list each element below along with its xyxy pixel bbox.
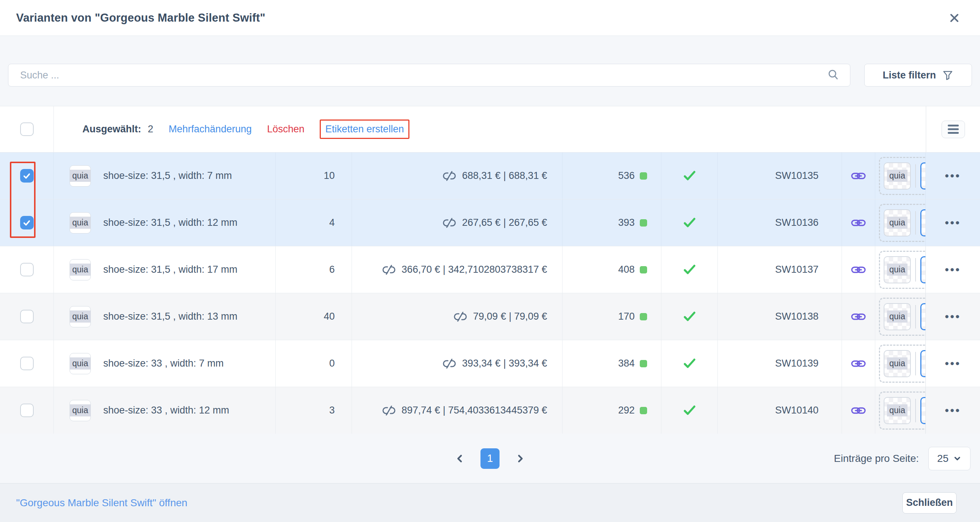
unlink-inheritance-icon[interactable]: [442, 217, 456, 229]
per-page-value: 25: [937, 453, 948, 465]
row-checkbox[interactable]: [20, 310, 34, 323]
price-cell: 366,70 € | 342,7102803738317 €: [352, 246, 563, 293]
per-page-select[interactable]: 25: [928, 447, 970, 470]
select-all-checkbox[interactable]: [20, 123, 34, 136]
active-cell: [662, 246, 718, 293]
media-thumbnail-cover[interactable]: qu: [920, 350, 926, 377]
row-checkbox[interactable]: [20, 169, 34, 182]
price-value: 688,31 € | 688,31 €: [462, 170, 547, 182]
search-input[interactable]: [8, 70, 827, 81]
variant-name[interactable]: shoe-size: 31,5 , width: 17 mm: [103, 264, 237, 275]
row-checkbox[interactable]: [20, 357, 34, 370]
link-inherited-icon[interactable]: [851, 406, 866, 415]
unlink-inheritance-icon[interactable]: [442, 358, 456, 369]
link-inherited-icon[interactable]: [851, 265, 866, 275]
active-check-icon: [683, 358, 696, 369]
media-separator: [915, 258, 916, 281]
media-thumbnail[interactable]: quia: [884, 397, 911, 424]
available-cell: 536: [563, 153, 662, 199]
inheritance-link-cell: [842, 153, 875, 199]
context-menu-button[interactable]: •••: [945, 170, 961, 182]
bulk-create-labels-link[interactable]: Etiketten erstellen: [325, 123, 404, 134]
close-modal-button[interactable]: Schließen: [902, 492, 956, 514]
row-select-cell: [0, 153, 54, 199]
media-thumbnail-cover[interactable]: qu: [920, 163, 926, 190]
link-inherited-icon[interactable]: [851, 218, 866, 228]
price-value: 79,09 € | 79,09 €: [473, 311, 547, 322]
available-value: 393: [618, 217, 635, 228]
variant-name[interactable]: shoe-size: 33 , width: 7 mm: [103, 358, 224, 369]
media-thumbnail-cover[interactable]: qu: [920, 303, 926, 330]
media-group: quia qu: [879, 251, 926, 289]
row-checkbox[interactable]: [20, 216, 34, 230]
modal-close-button[interactable]: [945, 8, 964, 27]
filter-list-button[interactable]: Liste filtern: [864, 64, 972, 86]
unlink-inheritance-icon[interactable]: [382, 264, 396, 276]
available-value: 536: [618, 170, 635, 182]
media-separator: [915, 399, 916, 422]
row-checkbox[interactable]: [20, 404, 34, 417]
price-value: 393,34 € | 393,34 €: [462, 358, 547, 369]
available-cell: 408: [563, 246, 662, 293]
previous-page-button[interactable]: [455, 453, 465, 464]
product-number-cell: SW10136: [718, 200, 842, 246]
media-group: quia qu: [879, 345, 926, 383]
product-number-value: SW10140: [775, 405, 818, 416]
search-icon[interactable]: [827, 68, 850, 82]
media-thumbnail[interactable]: quia: [884, 303, 911, 330]
current-page-button[interactable]: 1: [480, 448, 500, 469]
variant-thumbnail: quia: [70, 353, 91, 374]
bulk-delete-link[interactable]: Löschen: [267, 123, 304, 135]
link-inherited-icon[interactable]: [851, 171, 866, 181]
variant-name[interactable]: shoe-size: 31,5 , width: 7 mm: [103, 170, 232, 182]
row-select-cell: [0, 387, 54, 434]
link-inherited-icon[interactable]: [851, 359, 866, 369]
unlink-inheritance-icon[interactable]: [453, 311, 467, 322]
variant-name[interactable]: shoe-size: 33 , width: 12 mm: [103, 405, 229, 416]
stock-value: 4: [329, 217, 335, 228]
stock-cell: 4: [276, 200, 352, 246]
per-page-control: Einträge pro Seite: 25: [834, 434, 970, 483]
variant-grid: Ausgewählt: 2 Mehrfachänderung Löschen E…: [0, 106, 980, 434]
grid-settings-button[interactable]: [942, 121, 965, 138]
media-thumbnail[interactable]: quia: [884, 256, 911, 283]
inheritance-link-cell: [842, 246, 875, 293]
context-menu-button[interactable]: •••: [945, 404, 961, 417]
media-thumbnail-cover[interactable]: qu: [920, 209, 926, 236]
context-menu-button[interactable]: •••: [945, 310, 961, 323]
media-thumbnail-cover[interactable]: qu: [920, 397, 926, 424]
row-checkbox[interactable]: [20, 263, 34, 276]
product-number-cell: SW10135: [718, 153, 842, 199]
table-row: quia shoe-size: 31,5 , width: 12 mm 4 26…: [0, 200, 980, 246]
media-thumbnail-label: quia: [887, 310, 907, 322]
media-thumbnail[interactable]: quia: [884, 350, 911, 377]
unlink-inheritance-icon[interactable]: [442, 170, 456, 182]
available-cell: 393: [563, 200, 662, 246]
grid-settings-cell: [926, 106, 980, 152]
variant-name[interactable]: shoe-size: 31,5 , width: 12 mm: [103, 217, 237, 228]
active-check-icon: [683, 217, 696, 228]
media-separator: [915, 211, 916, 235]
context-menu-button[interactable]: •••: [945, 217, 961, 229]
variant-name[interactable]: shoe-size: 31,5 , width: 13 mm: [103, 311, 237, 322]
product-number-cell: SW10138: [718, 293, 842, 340]
labels-link-annotation: Etiketten erstellen: [320, 120, 409, 139]
media-cell: quia qu: [875, 340, 926, 387]
media-thumbnail[interactable]: quia: [884, 163, 911, 190]
media-thumbnail[interactable]: quia: [884, 209, 911, 236]
price-value: 897,74 € | 754,4033613445379 €: [402, 405, 547, 416]
row-select-cell: [0, 246, 54, 293]
open-product-link[interactable]: "Gorgeous Marble Silent Swift" öffnen: [16, 497, 188, 509]
context-menu-button[interactable]: •••: [945, 358, 961, 370]
bulk-multi-edit-link[interactable]: Mehrfachänderung: [169, 123, 252, 135]
unlink-inheritance-icon[interactable]: [382, 405, 396, 417]
link-inherited-icon[interactable]: [851, 312, 866, 321]
available-cell: 384: [563, 340, 662, 387]
media-thumbnail-cover[interactable]: qu: [920, 256, 926, 283]
table-row: quia shoe-size: 31,5 , width: 17 mm 6 36…: [0, 246, 980, 293]
stock-cell: 0: [276, 340, 352, 387]
context-menu-button[interactable]: •••: [945, 263, 961, 276]
stock-status-dot: [640, 360, 647, 367]
grid-settings-icon: [948, 125, 959, 134]
next-page-button[interactable]: [515, 453, 525, 464]
